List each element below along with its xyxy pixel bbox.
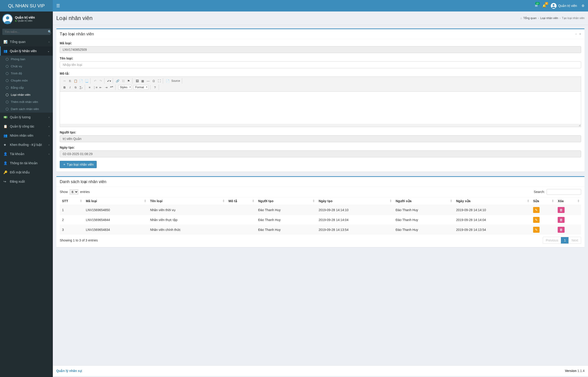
nav-trinhdo[interactable]: Trình độ xyxy=(0,70,53,77)
cell-ten: Nhân viên thực tập xyxy=(148,215,226,225)
list-box: Danh sách loại nhân viên Show 6 entries … xyxy=(56,176,585,247)
col-ngaytao[interactable]: Ngày tạo▲▼ xyxy=(316,197,393,205)
hr-icon[interactable]: ― xyxy=(145,78,151,84)
blockquote-icon[interactable]: ❝❞ xyxy=(109,84,114,90)
breadcrumb-current: Tạo loại nhân viên xyxy=(562,17,585,20)
page-1-button[interactable]: 1 xyxy=(561,237,568,244)
removeformat-icon[interactable]: Tₓ xyxy=(78,84,84,90)
nav-taikhoan[interactable]: 👤Tài khoản‹ xyxy=(0,149,53,159)
nav-thongtin[interactable]: 👤Thông tin tài khoản xyxy=(0,159,53,168)
nav-loainhanvien[interactable]: Loại nhân viên xyxy=(0,91,53,98)
nav-bangcap[interactable]: Bằng cấp xyxy=(0,84,53,91)
submit-button[interactable]: ＋Tạo loại nhân viên xyxy=(60,161,97,168)
col-nguoitao[interactable]: Người tạo▲▼ xyxy=(256,197,316,205)
col-ma[interactable]: Mã loại▲▼ xyxy=(84,197,148,205)
cell-ngaysua: 2019-09-28 14:13:54 xyxy=(454,225,531,235)
edit-button[interactable]: ✎ xyxy=(533,227,540,233)
col-ten[interactable]: Tên loại▲▼ xyxy=(148,197,226,205)
about-icon[interactable]: ? xyxy=(152,84,158,90)
col-xoa[interactable]: Xóa▲▼ xyxy=(555,197,581,205)
image-icon[interactable]: 🖼 xyxy=(134,78,140,84)
nav-chucvu[interactable]: Chức vụ xyxy=(0,63,53,70)
nav-tongquan[interactable]: 📊Tổng quan‹ xyxy=(0,37,53,47)
italic-icon[interactable]: I xyxy=(67,84,73,90)
source-button[interactable]: Source xyxy=(170,78,181,84)
nguoi-tao-label: Người tạo: xyxy=(60,130,581,134)
nav-nhom[interactable]: 👥Nhóm nhân viên‹ xyxy=(0,131,53,140)
mo-ta-label: Mô tả: xyxy=(60,72,581,75)
editor-content[interactable] xyxy=(60,92,581,124)
prev-button[interactable]: Previous xyxy=(543,237,561,244)
col-stt[interactable]: STT▲▼ xyxy=(60,197,84,205)
form-box: Tạo loại nhân viên − × Mã loại: Tên loại… xyxy=(56,28,585,172)
nav-ql-luong[interactable]: 💵Quản lý lương‹ xyxy=(0,113,53,122)
delete-button[interactable]: 🗑 xyxy=(558,227,565,233)
specialchar-icon[interactable]: Ω xyxy=(151,78,156,84)
bulletlist-icon[interactable]: ⋮≡ xyxy=(92,84,98,90)
scayt-icon[interactable]: ✔▾ xyxy=(106,78,112,84)
copy-icon[interactable]: ⎘ xyxy=(67,78,73,84)
strike-icon[interactable]: S xyxy=(73,84,78,90)
outdent-icon[interactable]: ⇤ xyxy=(98,84,103,90)
breadcrumb-home[interactable]: Tổng quan xyxy=(523,17,537,20)
ma-loai-label: Mã loại: xyxy=(60,41,581,45)
paste-text-icon[interactable]: 📄 xyxy=(78,78,84,84)
edit-button[interactable]: ✎ xyxy=(533,207,540,213)
nav-doimatkhau[interactable]: 🔑Đổi mật khẩu xyxy=(0,168,53,177)
edit-icon: ✎ xyxy=(535,208,538,212)
col-ngaysua[interactable]: Ngày sửa▲▼ xyxy=(454,197,531,205)
maximize-icon[interactable]: ⛶ xyxy=(156,78,162,84)
delete-button[interactable]: 🗑 xyxy=(558,207,565,213)
user-name: Quản trị viên xyxy=(558,4,577,8)
close-icon[interactable]: × xyxy=(579,32,581,36)
nav-danhsach[interactable]: Danh sách nhân viên xyxy=(0,106,53,113)
cell-mota xyxy=(226,205,256,215)
paste-word-icon[interactable]: 📃 xyxy=(84,78,89,84)
gears-icon[interactable]: ⚙ xyxy=(582,4,585,8)
nav-ql-congtac[interactable]: 📋Quản lý công tác‹ xyxy=(0,122,53,131)
sidebar-toggle[interactable]: ☰ xyxy=(56,3,60,8)
length-select[interactable]: 6 xyxy=(69,189,78,195)
cell-stt: 3 xyxy=(60,225,84,235)
table-info: Showing 1 to 3 of 3 entries xyxy=(60,238,98,242)
nav-dangxuat[interactable]: ↪Đăng xuất xyxy=(0,177,53,186)
sidebar-search-button[interactable]: 🔍 xyxy=(46,29,53,35)
col-mota[interactable]: Mô tả▲▼ xyxy=(226,197,256,205)
styles-select[interactable]: Styles xyxy=(118,85,132,90)
nav-ql-nhanvien[interactable]: 👥Quản lý Nhân viên⌄ xyxy=(0,47,53,56)
messages-icon[interactable]: ✉13 xyxy=(535,4,538,8)
cell-ten: Nhân viên thời vụ xyxy=(148,205,226,215)
indent-icon[interactable]: ⇥ xyxy=(103,84,109,90)
app-logo[interactable]: QL NHAN SU VIP xyxy=(0,0,53,12)
numberlist-icon[interactable]: ≡ xyxy=(87,84,92,90)
paste-icon[interactable]: 📋 xyxy=(73,78,78,84)
breadcrumb-parent[interactable]: Loại nhân viên xyxy=(540,17,558,20)
col-sua[interactable]: Sửa▲▼ xyxy=(531,197,555,205)
ma-loai-input xyxy=(60,46,581,53)
source-icon[interactable]: 📄 xyxy=(165,78,170,84)
nav-khenthuong[interactable]: ★Khen thưởng - Kỷ luật‹ xyxy=(0,140,53,149)
ten-loai-input[interactable] xyxy=(60,61,581,68)
bold-icon[interactable]: B xyxy=(62,84,67,90)
footer-link[interactable]: Quản lý nhân sự xyxy=(56,369,82,373)
cell-ma: LNV1569654834 xyxy=(84,225,148,235)
breadcrumb: ⌂ Tổng quan › Loại nhân viên › Tạo loại … xyxy=(520,17,585,20)
edit-button[interactable]: ✎ xyxy=(533,217,540,223)
sidebar-search-input[interactable] xyxy=(2,29,46,35)
col-nguoisua[interactable]: Người sửa▲▼ xyxy=(393,197,454,205)
nav-phongban[interactable]: Phòng ban xyxy=(0,56,53,63)
collapse-icon[interactable]: − xyxy=(575,32,577,36)
table-icon[interactable]: ▦ xyxy=(140,78,145,84)
format-select[interactable]: Format xyxy=(134,85,148,90)
alerts-badge: 8 xyxy=(545,2,548,5)
nav-chuyenmon[interactable]: Chuyên môn xyxy=(0,77,53,84)
data-table: STT▲▼ Mã loại▲▼ Tên loại▲▼ Mô tả▲▼ Người… xyxy=(60,197,581,235)
anchor-icon[interactable]: ⚑ xyxy=(126,78,131,84)
user-menu[interactable]: Quản trị viên xyxy=(551,3,577,9)
notifications-icon[interactable]: 🔔8 xyxy=(542,4,546,8)
resize-handle[interactable]: ◢ xyxy=(60,124,581,127)
delete-button[interactable]: 🗑 xyxy=(558,217,565,223)
nav-themmoi[interactable]: Thêm mới nhân viên xyxy=(0,98,53,106)
next-button[interactable]: Next xyxy=(568,237,581,244)
table-search-input[interactable] xyxy=(547,189,581,195)
